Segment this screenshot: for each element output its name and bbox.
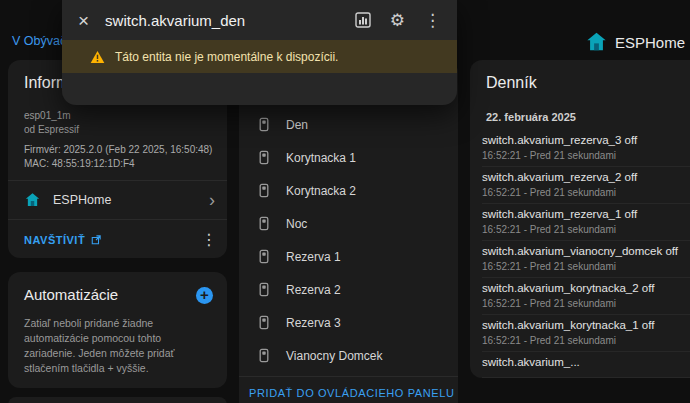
logbook-entry-name: switch.akvarium_rezerva_3 off <box>482 134 690 147</box>
entity-row[interactable]: Korytnacka 2 <box>239 174 458 207</box>
add-to-dashboard-button[interactable]: PRIDAŤ DO OVLÁDACIEHO PANELU <box>239 376 458 403</box>
logbook-entry-time: 16:52:21 - Pred 21 sekundami <box>482 298 690 309</box>
entity-row[interactable]: Den <box>239 108 458 141</box>
logbook-list: switch.akvarium_rezerva_3 off 16:52:21 -… <box>482 130 690 378</box>
integration-row[interactable]: ESPHome › <box>8 180 227 220</box>
esphome-logo-icon <box>585 31 608 53</box>
logbook-entry[interactable]: switch.akvarium_rezerva_2 off 16:52:21 -… <box>482 167 690 204</box>
entity-name: Rezerva 3 <box>286 316 341 330</box>
device-mac: MAC: 48:55:19:12:1D:F4 <box>24 158 135 169</box>
integration-name: ESPHome <box>53 193 209 207</box>
entity-name: Rezerva 2 <box>286 283 341 297</box>
switch-entity-icon <box>257 315 271 330</box>
dialog-title: switch.akvarium_den <box>105 12 355 29</box>
entity-name: Rezerva 1 <box>286 250 341 264</box>
add-automation-button[interactable]: + <box>196 287 213 304</box>
logbook-entry-name: switch.akvarium_rezerva_1 off <box>482 208 690 221</box>
entity-row[interactable]: Rezerva 3 <box>239 306 458 339</box>
switch-entity-icon <box>257 282 271 297</box>
logbook-title: Denník <box>486 74 537 92</box>
logbook-entry[interactable]: switch.akvarium_rezerva_3 off 16:52:21 -… <box>482 130 690 167</box>
switch-entity-icon <box>257 216 271 231</box>
dialog-more-menu-icon[interactable]: ⋮ <box>424 12 441 29</box>
chevron-right-icon: › <box>209 191 215 209</box>
logbook-entry-time: 16:52:21 - Pred 21 sekundami <box>482 335 690 346</box>
entity-row[interactable]: Rezerva 2 <box>239 273 458 306</box>
entity-name: Den <box>286 118 308 132</box>
device-model: esp01_1m <box>24 110 71 121</box>
logbook-entry-name: switch.akvarium_rezerva_2 off <box>482 171 690 184</box>
logbook-entry-time: 16:52:21 - Pred 21 sekundami <box>482 261 690 272</box>
visit-row: NAVŠTÍVIŤ ⋮ <box>8 222 227 258</box>
brand-name: ESPHome <box>615 34 685 51</box>
automations-title: Automatizácie <box>24 286 118 303</box>
switch-entity-icon <box>257 150 271 165</box>
logbook-entry-time: 16:52:21 - Pred 21 sekundami <box>482 224 690 235</box>
entity-row[interactable]: Rezerva 1 <box>239 240 458 273</box>
logbook-entry-time: 16:52:21 - Pred 21 sekundami <box>482 150 690 161</box>
logbook-entry-name: switch.akvarium_... <box>482 356 690 369</box>
logbook-entry-name: switch.akvarium_vianocny_domcek off <box>482 245 690 258</box>
automations-card: Automatizácie + Zatiaľ neboli pridané ži… <box>8 272 227 388</box>
logbook-entry[interactable]: switch.akvarium_vianocny_domcek off 16:5… <box>482 241 690 278</box>
entity-row[interactable]: Vianocny Domcek <box>239 339 458 372</box>
switch-entity-icon <box>257 249 271 264</box>
logbook-entry-name: switch.akvarium_korytnacka_1 off <box>482 319 690 332</box>
logbook-entry[interactable]: switch.akvarium_korytnacka_2 off 16:52:2… <box>482 278 690 315</box>
logbook-entry[interactable]: switch.akvarium_... <box>482 352 690 378</box>
warning-message: Táto entita nie je momentálne k dispozíc… <box>115 50 338 64</box>
entity-row[interactable]: Korytnacka 1 <box>239 141 458 174</box>
logbook-entry-name: switch.akvarium_korytnacka_2 off <box>482 282 690 295</box>
device-page: V Obývačk ESPHome Informácie esp01_1m od… <box>0 0 690 403</box>
more-info-dialog: × switch.akvarium_den ⚙ ⋮ Táto entita ni… <box>62 0 457 105</box>
entities-card: Den Korytnacka 1 Korytnacka 2 <box>239 60 458 403</box>
entity-name: Korytnacka 1 <box>286 151 356 165</box>
logbook-entry[interactable]: switch.akvarium_rezerva_1 off 16:52:21 -… <box>482 204 690 241</box>
switch-entity-icon <box>257 348 271 363</box>
entity-name: Korytnacka 2 <box>286 184 356 198</box>
dialog-actions: ⚙ ⋮ <box>355 12 441 29</box>
visit-label: NAVŠTÍVIŤ <box>24 234 85 246</box>
switch-entity-icon <box>257 117 271 132</box>
unavailable-warning-banner: Táto entita nie je momentálne k dispozíc… <box>62 40 457 73</box>
logbook-entry[interactable]: switch.akvarium_korytnacka_1 off 16:52:2… <box>482 315 690 352</box>
warning-icon <box>90 50 105 64</box>
entity-name: Noc <box>286 217 307 231</box>
history-chart-icon[interactable] <box>355 12 371 28</box>
info-more-menu-icon[interactable]: ⋮ <box>201 232 217 248</box>
esphome-integration-icon <box>24 192 41 208</box>
visit-button[interactable]: NAVŠTÍVIŤ <box>24 234 101 246</box>
external-link-icon <box>91 235 101 245</box>
entity-row[interactable]: Noc <box>239 207 458 240</box>
entity-list: Den Korytnacka 1 Korytnacka 2 <box>239 108 458 372</box>
switch-entity-icon <box>257 183 271 198</box>
logbook-entry-time: 16:52:21 - Pred 21 sekundami <box>482 187 690 198</box>
device-vendor: od Espressif <box>24 124 79 135</box>
entity-name: Vianocny Domcek <box>286 349 383 363</box>
logbook-card: Denník 22. februára 2025 switch.akvarium… <box>470 60 690 378</box>
brand: ESPHome <box>585 31 685 53</box>
automations-empty-text: Zatiaľ neboli pridané žiadne automatizác… <box>24 316 211 376</box>
dialog-header: × switch.akvarium_den ⚙ ⋮ <box>62 0 457 40</box>
next-card-edge <box>8 397 227 403</box>
gear-icon[interactable]: ⚙ <box>390 12 405 29</box>
close-icon[interactable]: × <box>78 11 89 30</box>
device-firmware: Firmvér: 2025.2.0 (Feb 22 2025, 16:50:48… <box>24 144 212 155</box>
logbook-date: 22. februára 2025 <box>486 111 576 123</box>
